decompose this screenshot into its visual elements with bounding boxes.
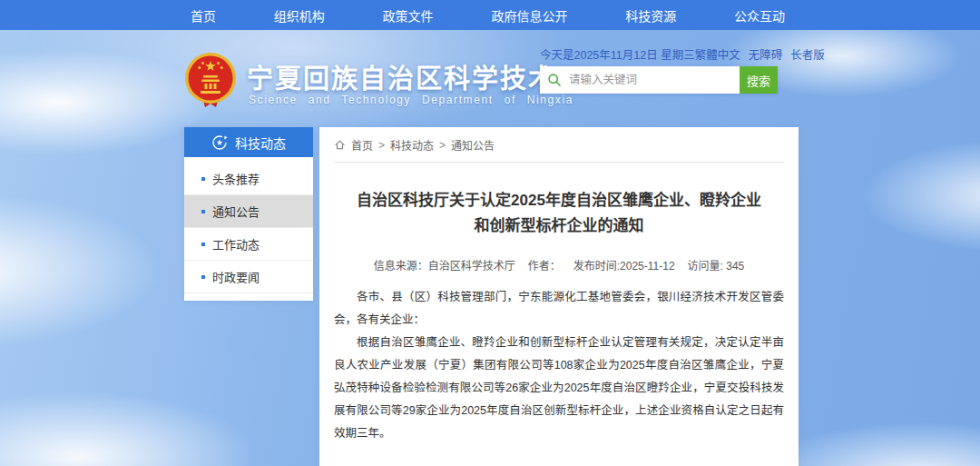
content-panel: 首页 > 科技动态 > 通知公告 自治区科技厅关于认定2025年度自治区雏鹰企业… [319, 127, 799, 466]
search-icon [547, 73, 562, 87]
article-meta: 信息来源：自治区科学技术厅作者：发布时间:2025-11-12访问量: 345 [334, 257, 784, 273]
article-title-line1: 自治区科技厅关于认定2025年度自治区雏鹰企业、瞪羚企业 [334, 188, 784, 213]
rotate-star-icon [211, 134, 228, 151]
bullet-icon [201, 275, 205, 279]
nav-item-tech-resources[interactable]: 科技资源 [625, 6, 676, 25]
sidebar-item-notices[interactable]: 通知公告 [184, 195, 313, 228]
article-publish-time: 发布时间:2025-11-12 [573, 260, 675, 273]
top-nav-bar: 首页 组织机构 政策文件 政府信息公开 科技资源 公众互动 [0, 0, 980, 30]
link-elderly-version[interactable]: 长者版 [790, 45, 825, 63]
quick-links: 繁體中文 无障碍 长者版 [695, 45, 825, 63]
search-bar: 搜索 [540, 66, 778, 94]
sidebar-item-label: 通知公告 [212, 203, 260, 220]
article-author: 作者： [528, 260, 561, 273]
link-accessibility[interactable]: 无障碍 [749, 45, 783, 63]
article-title-line2: 和创新型标杆企业的通知 [334, 213, 784, 239]
national-emblem-icon [181, 51, 240, 114]
article-source: 信息来源：自治区科学技术厅 [374, 260, 515, 273]
article-title: 自治区科技厅关于认定2025年度自治区雏鹰企业、瞪羚企业 和创新型标杆企业的通知 [334, 188, 784, 239]
article-body: 各市、县（区）科技管理部门，宁东能源化工基地管委会，银川经济技术开发区管委会，各… [334, 286, 784, 445]
search-input-wrap [540, 66, 740, 94]
article-paragraph: 根据自治区雏鹰企业、瞪羚企业和创新型标杆企业认定管理有关规定，决定认定半亩良人农… [334, 332, 784, 445]
bullet-icon [201, 210, 205, 213]
search-input[interactable] [567, 73, 732, 87]
nav-item-home[interactable]: 首页 [191, 6, 216, 25]
breadcrumb-separator: > [378, 139, 385, 152]
site-title: 宁夏回族自治区科学技术厅 [247, 57, 584, 95]
sidebar-item-label: 工作动态 [212, 235, 260, 253]
today-date-text: 今天是2025年11月12日 星期三 [540, 45, 695, 63]
home-icon [334, 139, 346, 151]
national-emblem-logo[interactable] [181, 51, 240, 114]
sidebar-list: 头条推荐 通知公告 工作动态 时政要闻 [184, 157, 313, 301]
sidebar-header-tech-news[interactable]: 科技动态 [184, 127, 313, 157]
search-button[interactable]: 搜索 [740, 66, 778, 94]
sidebar-item-label: 头条推荐 [212, 170, 260, 187]
sidebar-title: 科技动态 [235, 134, 286, 152]
breadcrumb-tech-news[interactable]: 科技动态 [390, 137, 434, 153]
sidebar: 科技动态 头条推荐 通知公告 工作动态 时政要闻 [184, 127, 313, 301]
article-paragraph: 各市、县（区）科技管理部门，宁东能源化工基地管委会，银川经济技术开发区管委会，各… [334, 286, 784, 332]
site-subtitle: Science and Technology Department of Nin… [249, 94, 573, 106]
sidebar-item-headline-recommend[interactable]: 头条推荐 [184, 163, 313, 195]
top-nav-items: 首页 组织机构 政策文件 政府信息公开 科技资源 公众互动 [191, 0, 785, 30]
breadcrumb: 首页 > 科技动态 > 通知公告 [334, 137, 784, 163]
nav-item-public-interaction[interactable]: 公众互动 [734, 6, 785, 25]
nav-item-gov-info-disclosure[interactable]: 政府信息公开 [491, 6, 567, 25]
article-view-count: 访问量: 345 [688, 260, 745, 273]
breadcrumb-home[interactable]: 首页 [351, 137, 373, 153]
bullet-icon [201, 177, 205, 181]
sidebar-item-current-politics[interactable]: 时政要闻 [184, 261, 313, 293]
header-meta-row: 今天是2025年11月12日 星期三 繁體中文 无障碍 长者版 [540, 45, 792, 63]
sidebar-item-work-news[interactable]: 工作动态 [184, 228, 313, 261]
breadcrumb-notices[interactable]: 通知公告 [451, 137, 495, 153]
nav-item-policy-documents[interactable]: 政策文件 [383, 6, 434, 25]
nav-item-organization[interactable]: 组织机构 [274, 6, 325, 25]
sidebar-item-label: 时政要闻 [212, 268, 260, 285]
breadcrumb-separator: > [439, 139, 446, 152]
link-traditional-chinese[interactable]: 繁體中文 [695, 45, 740, 63]
bullet-icon [201, 243, 205, 246]
